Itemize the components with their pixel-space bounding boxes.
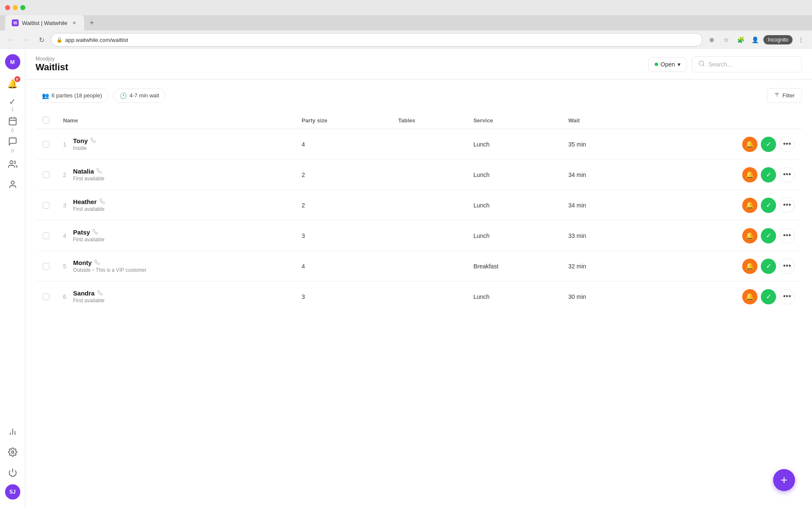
col-service: Service <box>466 112 561 129</box>
gear-icon <box>8 447 17 459</box>
maximize-traffic-light[interactable] <box>20 5 25 10</box>
main-content: Moodjoy Waitlist Open ▾ <box>25 49 812 508</box>
sidebar-item-groups[interactable] <box>3 156 22 174</box>
status-button[interactable]: Open ▾ <box>648 57 687 72</box>
tab-favicon: W <box>12 19 19 26</box>
seat-button[interactable]: ✓ <box>761 228 776 243</box>
more-button[interactable]: ••• <box>779 228 795 243</box>
forward-button[interactable]: → <box>20 34 32 46</box>
sidebar-item-notifications[interactable]: 🔔 6 <box>3 75 22 93</box>
service: Lunch <box>473 141 489 148</box>
filter-button[interactable]: Filter <box>767 88 802 103</box>
cast-button[interactable]: ⊗ <box>706 34 718 46</box>
add-fab[interactable]: + <box>773 469 795 491</box>
seat-button[interactable]: ✓ <box>761 259 776 274</box>
sidebar-item-calendar[interactable]: 0 <box>3 115 22 134</box>
party-size: 3 <box>302 232 305 239</box>
phone-icon <box>96 168 102 175</box>
incognito-label: Incognito <box>768 37 788 43</box>
guest-subtitle: First available <box>73 298 104 304</box>
check-icon: ✓ <box>9 97 16 107</box>
table-row[interactable]: 1 Tony Inside 4 Lunch 35 min <box>36 129 802 160</box>
service-cell: Lunch <box>466 129 561 160</box>
row-checkbox[interactable] <box>43 141 49 148</box>
back-button[interactable]: ← <box>5 34 17 46</box>
tab-title: Waitlist | Waitwhile <box>22 20 67 26</box>
sidebar-item-settings[interactable] <box>3 444 22 462</box>
traffic-lights <box>5 5 25 10</box>
row-checkbox[interactable] <box>43 293 49 300</box>
search-container <box>692 56 802 72</box>
tab-close-button[interactable]: ✕ <box>71 19 77 26</box>
table-row[interactable]: 5 Monty Outside • This is a VIP customer… <box>36 251 802 282</box>
sidebar-item-power[interactable] <box>3 464 22 483</box>
reload-button[interactable]: ↻ <box>36 34 47 46</box>
phone-icon <box>93 229 98 236</box>
party-size: 2 <box>302 202 305 209</box>
notify-button[interactable]: 🔔 <box>742 137 757 152</box>
col-name: Name <box>56 112 295 129</box>
row-checkbox[interactable] <box>43 263 49 270</box>
more-button[interactable]: ••• <box>779 289 795 304</box>
wait-time: 34 min <box>568 202 586 209</box>
more-button[interactable]: ••• <box>779 137 795 152</box>
table-row[interactable]: 2 Natalia First available 2 Lunch 34 <box>36 160 802 190</box>
col-party-size: Party size <box>295 112 391 129</box>
sidebar-item-users[interactable] <box>3 176 22 195</box>
seat-button[interactable]: ✓ <box>761 198 776 213</box>
minimize-traffic-light[interactable] <box>13 5 18 10</box>
notify-button[interactable]: 🔔 <box>742 228 757 243</box>
wait-time: 32 min <box>568 263 586 270</box>
address-bar[interactable]: 🔒 app.waitwhile.com/waitlist <box>51 33 702 47</box>
wait-stat: 🕐 4-7 min wait <box>113 88 165 103</box>
header-brand: Moodjoy Waitlist <box>36 56 648 73</box>
new-tab-button[interactable]: + <box>86 17 98 29</box>
seat-button[interactable]: ✓ <box>761 289 776 304</box>
service-cell: Lunch <box>466 282 561 312</box>
bottom-user-avatar[interactable]: SJ <box>5 484 20 500</box>
table-row[interactable]: 3 Heather First available 2 Lunch 34 <box>36 190 802 221</box>
more-button[interactable]: ••• <box>779 198 795 213</box>
brand-name: Moodjoy <box>36 56 648 62</box>
phone-icon <box>91 138 96 144</box>
close-traffic-light[interactable] <box>5 5 10 10</box>
profile-button[interactable]: 👤 <box>749 34 761 46</box>
table-row[interactable]: 4 Patsy First available 3 Lunch 33 m <box>36 221 802 251</box>
notify-button[interactable]: 🔔 <box>742 198 757 213</box>
guest-info-cell: 5 Monty Outside • This is a VIP customer <box>56 251 295 282</box>
notify-button[interactable]: 🔔 <box>742 259 757 274</box>
sidebar-item-tasks[interactable]: ✓ 1 <box>3 95 22 113</box>
more-button[interactable]: ••• <box>779 167 795 182</box>
row-checkbox[interactable] <box>43 202 49 209</box>
row-checkbox[interactable] <box>43 232 49 239</box>
service-cell: Lunch <box>466 160 561 190</box>
sidebar-top-avatar[interactable]: M <box>5 54 20 69</box>
extensions-button[interactable]: 🧩 <box>735 34 746 46</box>
lock-icon: 🔒 <box>56 37 63 43</box>
bookmark-button[interactable]: ☆ <box>720 34 732 46</box>
filter-wrapper: Filter <box>767 88 802 103</box>
row-number: 1 <box>63 141 66 148</box>
waitlist-content: 👥 6 parties (18 people) 🕐 4-7 min wait <box>25 80 812 508</box>
seat-button[interactable]: ✓ <box>761 167 776 182</box>
reports-icon <box>8 427 17 439</box>
select-all-checkbox[interactable] <box>43 117 49 124</box>
search-input[interactable] <box>708 61 796 68</box>
active-tab[interactable]: W Waitlist | Waitwhile ✕ <box>5 15 84 30</box>
seat-button[interactable]: ✓ <box>761 137 776 152</box>
guest-subtitle: Inside <box>73 145 96 151</box>
wait-cell: 30 min <box>562 282 639 312</box>
notify-button[interactable]: 🔔 <box>742 167 757 182</box>
sidebar-item-reports[interactable] <box>3 423 22 442</box>
service: Lunch <box>473 232 489 239</box>
svg-rect-0 <box>9 118 16 125</box>
more-button[interactable]: ••• <box>779 259 795 274</box>
menu-button[interactable]: ⋮ <box>795 34 807 46</box>
groups-icon <box>8 160 17 171</box>
table-row[interactable]: 6 Sandra First available 3 Lunch 30 <box>36 282 802 312</box>
sidebar-item-messages[interactable]: 0 <box>3 135 22 154</box>
row-checkbox[interactable] <box>43 171 49 178</box>
row-actions: 🔔 ✓ ••• <box>645 259 795 274</box>
notify-button[interactable]: 🔔 <box>742 289 757 304</box>
guest-subtitle: Outside • This is a VIP customer <box>73 267 146 273</box>
